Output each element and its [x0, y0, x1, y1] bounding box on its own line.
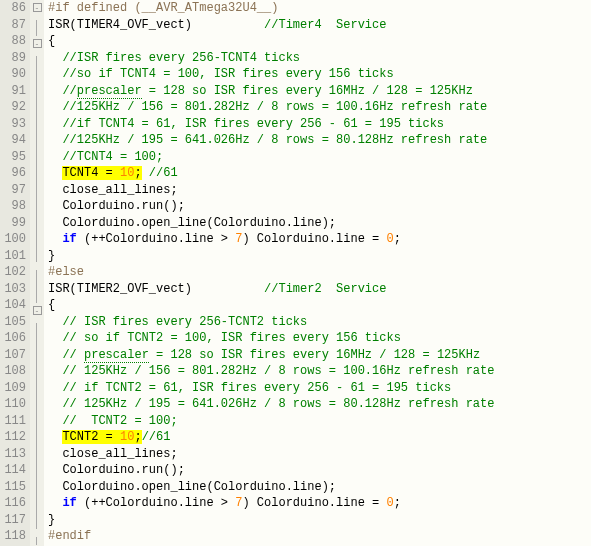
line-number: 104 [0, 297, 26, 314]
line-number: 118 [0, 528, 26, 545]
fold-marker[interactable] [30, 138, 44, 155]
line-number: 115 [0, 479, 26, 496]
code-line[interactable]: //prescaler = 128 so ISR fires every 16M… [48, 83, 591, 100]
line-number: 100 [0, 231, 26, 248]
code-line[interactable]: ISR(TIMER2_OVF_vect) //Timer2 Service [48, 281, 591, 298]
fold-marker[interactable]: - [30, 306, 44, 323]
code-line[interactable]: // 125KHz / 156 = 801.282Hz / 8 rows = 1… [48, 363, 591, 380]
line-number: 103 [0, 281, 26, 298]
fold-marker[interactable] [30, 504, 44, 521]
fold-marker[interactable] [30, 188, 44, 205]
fold-marker[interactable] [30, 521, 44, 538]
code-line[interactable]: //TCNT4 = 100; [48, 149, 591, 166]
fold-marker[interactable] [30, 56, 44, 73]
line-number: 92 [0, 99, 26, 116]
code-line[interactable]: //125KHz / 195 = 641.026Hz / 8 rows = 80… [48, 132, 591, 149]
fold-margin[interactable]: --- [30, 0, 44, 546]
line-number: 91 [0, 83, 26, 100]
line-number: 89 [0, 50, 26, 67]
line-number-gutter: 8687888990919293949596979899100101102103… [0, 0, 30, 546]
line-number: 114 [0, 462, 26, 479]
fold-marker[interactable]: - [30, 39, 44, 56]
code-line[interactable]: ISR(TIMER4_OVF_vect) //Timer4 Service [48, 17, 591, 34]
code-line[interactable]: #else [48, 264, 591, 281]
fold-marker[interactable] [30, 389, 44, 406]
code-line[interactable]: Colorduino.run(); [48, 462, 591, 479]
code-line[interactable]: //if TCNT4 = 61, ISR fires every 256 - 6… [48, 116, 591, 133]
fold-marker[interactable] [30, 237, 44, 254]
code-line[interactable]: { [48, 297, 591, 314]
fold-marker[interactable] [30, 122, 44, 139]
fold-marker[interactable] [30, 270, 44, 287]
fold-marker[interactable] [30, 171, 44, 188]
code-line[interactable]: } [48, 248, 591, 265]
code-line[interactable]: } [48, 512, 591, 529]
line-number: 117 [0, 512, 26, 529]
line-number: 106 [0, 330, 26, 347]
line-number: 97 [0, 182, 26, 199]
line-number: 86 [0, 0, 26, 17]
line-number: 113 [0, 446, 26, 463]
code-line[interactable]: // prescaler = 128 so ISR fires every 16… [48, 347, 591, 364]
fold-marker[interactable] [30, 287, 44, 304]
fold-marker[interactable] [30, 372, 44, 389]
line-number: 90 [0, 66, 26, 83]
fold-marker[interactable] [30, 422, 44, 439]
code-line[interactable]: //so if TCNT4 = 100, ISR fires every 156… [48, 66, 591, 83]
fold-marker[interactable]: - [30, 3, 44, 20]
code-line[interactable]: if (++Colorduino.line > 7) Colorduino.li… [48, 231, 591, 248]
line-number: 99 [0, 215, 26, 232]
code-line[interactable]: close_all_lines; [48, 446, 591, 463]
fold-marker[interactable] [30, 488, 44, 505]
fold-marker[interactable] [30, 455, 44, 472]
code-line[interactable]: TCNT2 = 10;//61 [48, 429, 591, 446]
fold-marker[interactable] [30, 323, 44, 340]
line-number: 87 [0, 17, 26, 34]
line-number: 110 [0, 396, 26, 413]
code-line[interactable]: // so if TCNT2 = 100, ISR fires every 15… [48, 330, 591, 347]
code-line[interactable]: // if TCNT2 = 61, ISR fires every 256 - … [48, 380, 591, 397]
line-number: 105 [0, 314, 26, 331]
code-line[interactable]: #if defined (__AVR_ATmega32U4__) [48, 0, 591, 17]
fold-marker[interactable] [30, 105, 44, 122]
fold-marker[interactable] [30, 254, 44, 271]
fold-marker[interactable] [30, 537, 44, 546]
code-area[interactable]: #if defined (__AVR_ATmega32U4__)ISR(TIME… [44, 0, 591, 546]
code-line[interactable]: Colorduino.open_line(Colorduino.line); [48, 479, 591, 496]
code-line[interactable]: Colorduino.open_line(Colorduino.line); [48, 215, 591, 232]
fold-marker[interactable] [30, 339, 44, 356]
line-number: 102 [0, 264, 26, 281]
line-number: 109 [0, 380, 26, 397]
fold-marker[interactable] [30, 356, 44, 373]
code-line[interactable]: if (++Colorduino.line > 7) Colorduino.li… [48, 495, 591, 512]
line-number: 107 [0, 347, 26, 364]
fold-marker[interactable] [30, 405, 44, 422]
fold-marker[interactable] [30, 204, 44, 221]
code-line[interactable]: close_all_lines; [48, 182, 591, 199]
fold-marker[interactable] [30, 89, 44, 106]
code-line[interactable]: #endif [48, 528, 591, 545]
line-number: 112 [0, 429, 26, 446]
code-line[interactable]: //ISR fires every 256-TCNT4 ticks [48, 50, 591, 67]
code-line[interactable]: TCNT4 = 10; //61 [48, 165, 591, 182]
fold-marker[interactable] [30, 221, 44, 238]
line-number: 101 [0, 248, 26, 265]
code-line[interactable]: // ISR fires every 256-TCNT2 ticks [48, 314, 591, 331]
code-line[interactable]: // 125KHz / 195 = 641.026Hz / 8 rows = 8… [48, 396, 591, 413]
fold-marker[interactable] [30, 20, 44, 37]
code-line[interactable]: //125KHz / 156 = 801.282Hz / 8 rows = 10… [48, 99, 591, 116]
fold-marker[interactable] [30, 471, 44, 488]
line-number: 111 [0, 413, 26, 430]
line-number: 95 [0, 149, 26, 166]
fold-marker[interactable] [30, 72, 44, 89]
code-line[interactable]: { [48, 33, 591, 50]
fold-marker[interactable] [30, 155, 44, 172]
line-number: 96 [0, 165, 26, 182]
line-number: 88 [0, 33, 26, 50]
code-editor: 8687888990919293949596979899100101102103… [0, 0, 591, 546]
line-number: 116 [0, 495, 26, 512]
line-number: 94 [0, 132, 26, 149]
code-line[interactable]: // TCNT2 = 100; [48, 413, 591, 430]
code-line[interactable]: Colorduino.run(); [48, 198, 591, 215]
fold-marker[interactable] [30, 438, 44, 455]
